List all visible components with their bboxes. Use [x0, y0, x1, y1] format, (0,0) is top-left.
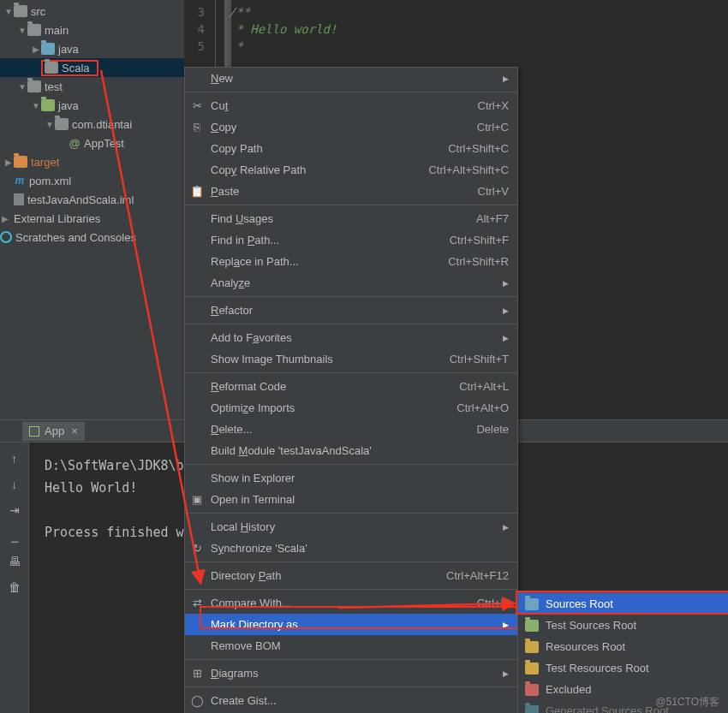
menu-thumbnails[interactable]: Show Image ThumbnailsCtrl+Shift+T [185, 348, 517, 370]
trash-icon[interactable]: 🗑 [7, 579, 22, 595]
submenu-test-sources-root[interactable]: Test Sources Root [518, 615, 728, 636]
menu-local-history[interactable]: Local History [185, 516, 517, 538]
print-icon[interactable]: 🖶 [7, 554, 22, 569]
folder-icon [525, 705, 539, 714]
folder-icon [45, 62, 58, 74]
test-class-icon: @ [69, 137, 81, 150]
submenu-resources-root[interactable]: Resources Root [518, 636, 728, 657]
menu-build-module[interactable]: Build Module 'testJavaAndScala' [185, 440, 517, 461]
wrap-icon[interactable]: ⇥ [7, 502, 22, 518]
menu-copy-path[interactable]: Copy PathCtrl+Shift+C [185, 138, 517, 159]
folder-icon [14, 156, 27, 168]
project-tree[interactable]: ▼ src ▼ main ▶ java Scala ▼ test ▼ java … [0, 0, 184, 419]
folder-icon [27, 80, 41, 92]
menu-optimize-imports[interactable]: Optimize ImportsCtrl+Alt+O [185, 397, 517, 419]
menu-synchronize[interactable]: ↻Synchronize 'Scala' [185, 538, 517, 559]
menu-cut[interactable]: ✂CutCtrl+X [185, 95, 517, 116]
down-arrow-icon[interactable]: ↓ [7, 477, 22, 492]
tree-pom[interactable]: m pom.xml [0, 171, 184, 190]
menu-find-usages[interactable]: Find UsagesAlt+F7 [185, 208, 517, 229]
run-tab-app[interactable]: App × [22, 422, 85, 441]
menu-find-in-path[interactable]: Find in Path...Ctrl+Shift+F [185, 229, 517, 251]
up-arrow-icon[interactable]: ↑ [7, 451, 22, 466]
tree-apptest[interactable]: @ AppTest [0, 134, 184, 152]
terminal-icon: ▣ [190, 493, 204, 506]
tree-test[interactable]: ▼ test [0, 77, 184, 96]
watermark: @51CTO博客 [655, 695, 719, 710]
folder-icon [14, 5, 27, 17]
menu-directory-path[interactable]: Directory PathCtrl+Alt+F12 [185, 565, 517, 586]
diagram-icon: ⊞ [190, 667, 204, 680]
github-icon: ◯ [190, 694, 204, 707]
menu-compare-with[interactable]: ⇄Compare With...Ctrl+D [185, 592, 517, 614]
folder-icon [55, 118, 69, 130]
menu-paste[interactable]: 📋PasteCtrl+V [185, 181, 517, 202]
menu-diagrams[interactable]: ⊞Diagrams [185, 662, 517, 684]
menu-delete[interactable]: Delete...Delete [185, 419, 517, 440]
folder-icon [525, 598, 539, 610]
paste-icon: 📋 [190, 185, 204, 198]
run-icon [29, 426, 39, 437]
menu-copy[interactable]: ⎘CopyCtrl+C [185, 116, 517, 138]
menu-mark-directory-as[interactable]: Mark Directory as ▶ [185, 614, 517, 635]
scroll-icon[interactable]: ⎯ [7, 528, 22, 544]
tree-target[interactable]: ▶ target [0, 152, 184, 171]
maven-icon: m [14, 175, 26, 187]
menu-refactor[interactable]: Refactor [185, 300, 517, 321]
tree-scala[interactable]: Scala [0, 58, 184, 77]
submenu-sources-root[interactable]: Sources Root [518, 593, 728, 615]
folder-icon [41, 43, 55, 55]
folder-icon [525, 620, 539, 632]
run-toolbar: ↑ ↓ ⇥ ⎯ 🖶 🗑 [0, 443, 29, 713]
menu-replace-in-path[interactable]: Replace in Path...Ctrl+Shift+R [185, 251, 517, 272]
close-icon[interactable]: × [71, 425, 78, 437]
submenu-test-resources-root[interactable]: Test Resources Root [518, 657, 728, 679]
compare-icon: ⇄ [190, 597, 204, 609]
folder-icon [525, 684, 539, 696]
menu-open-terminal[interactable]: ▣Open in Terminal [185, 489, 517, 510]
tree-scratches[interactable]: Scratches and Consoles [0, 228, 184, 247]
folder-icon [41, 99, 55, 111]
tree-pkg[interactable]: ▼ com.dtiantai [0, 115, 184, 134]
menu-new[interactable]: NNewew [185, 68, 517, 89]
tree-test-java[interactable]: ▼ java [0, 96, 184, 115]
scratches-icon [0, 231, 12, 243]
tree-src[interactable]: ▼ src [0, 2, 184, 21]
sync-icon: ↻ [190, 542, 204, 555]
file-icon [14, 193, 24, 205]
folder-icon [525, 662, 539, 674]
gutter: 345 [184, 0, 208, 55]
menu-copy-rel-path[interactable]: Copy Relative PathCtrl+Alt+Shift+C [185, 159, 517, 181]
menu-remove-bom[interactable]: Remove BOM [185, 635, 517, 657]
tree-main[interactable]: ▼ main [0, 21, 184, 39]
context-menu: NNewew ✂CutCtrl+X ⎘CopyCtrl+C Copy PathC… [184, 67, 518, 713]
menu-create-gist[interactable]: ◯Create Gist... [185, 690, 517, 711]
menu-add-favorites[interactable]: Add to Favorites [185, 327, 517, 348]
folder-icon [525, 641, 539, 653]
folder-icon [27, 24, 41, 36]
tree-extlib[interactable]: ▶ External Libraries [0, 209, 184, 228]
tree-java[interactable]: ▶ java [0, 39, 184, 58]
menu-show-explorer[interactable]: Show in Explorer [185, 467, 517, 489]
menu-reformat[interactable]: Reformat CodeCtrl+Alt+L [185, 376, 517, 397]
copy-icon: ⎘ [190, 121, 204, 134]
menu-analyze[interactable]: Analyze [185, 272, 517, 294]
cut-icon: ✂ [190, 99, 204, 112]
tree-iml[interactable]: testJavaAndScala.iml [0, 190, 184, 209]
